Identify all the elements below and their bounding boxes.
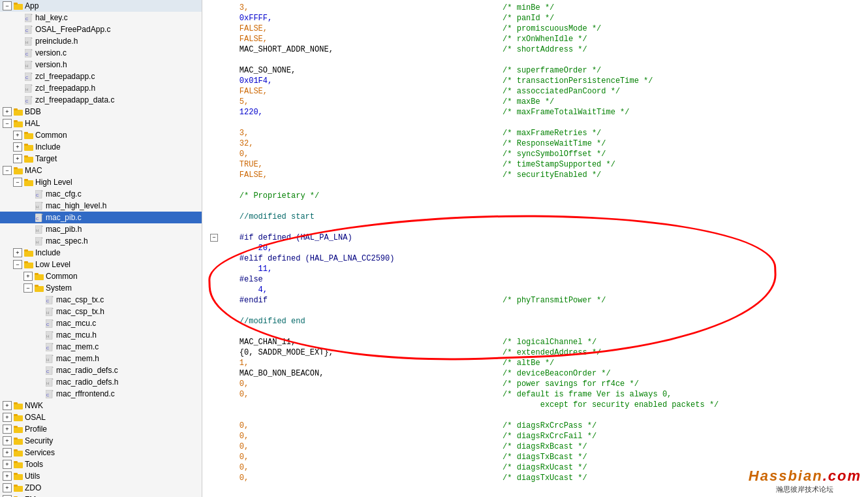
tree-label-highlevel: High Level: [35, 178, 72, 187]
sidebar-item-zcl_freepadapp_data_c[interactable]: Czcl_freepadapp_data.c: [0, 94, 202, 106]
sidebar-item-app[interactable]: −App: [0, 0, 202, 12]
tree-expand-common_hal[interactable]: +: [13, 131, 22, 140]
tree-expand-tools[interactable]: +: [3, 460, 12, 469]
sidebar-item-highlevel[interactable]: −High Level: [0, 176, 202, 188]
sidebar-item-common_ll[interactable]: +Common: [0, 270, 202, 282]
sidebar-item-version_c[interactable]: Cversion.c: [0, 47, 202, 59]
line-expand-13: [208, 138, 221, 149]
line-expand-35: [208, 368, 221, 379]
code-comment-6: /* superframeOrder */: [296, 65, 601, 76]
file-c-icon: C: [23, 25, 34, 34]
sidebar-item-zmac[interactable]: +ZMac: [0, 494, 202, 497]
sidebar-item-mac_rffrontend_c[interactable]: Cmac_rffrontend.c: [0, 388, 202, 400]
line-expand-3: [208, 34, 221, 44]
sidebar-item-mac_pib_c[interactable]: Cmac_pib.c: [0, 212, 202, 223]
tree-expand-utils[interactable]: +: [3, 472, 12, 481]
tree-expand-security[interactable]: +: [3, 436, 12, 445]
tree-expand-zdo[interactable]: +: [3, 483, 12, 492]
sidebar-item-common_hal[interactable]: +Common: [0, 129, 202, 141]
folder-icon: [13, 401, 23, 410]
tree-expand-include_hal[interactable]: +: [13, 142, 22, 152]
code-text-15: TRUE,: [221, 159, 263, 170]
line-expand-26: [208, 274, 221, 285]
svg-text:C: C: [46, 299, 50, 303]
sidebar-item-mac_cfg_c[interactable]: Cmac_cfg.c: [0, 188, 202, 200]
tree-expand-hal[interactable]: −: [3, 119, 12, 128]
sidebar-item-mac_radio_defs_c[interactable]: Cmac_radio_defs.c: [0, 364, 202, 376]
sidebar-item-osal_freepadapp_c[interactable]: COSAL_FreePadApp.c: [0, 24, 202, 35]
sidebar-item-tools[interactable]: +Tools: [0, 458, 202, 470]
code-comment-0: /* minBe */: [249, 3, 554, 13]
code-comment-10: /* maxFrameTotalWaitTime */: [263, 107, 630, 118]
code-text-26: #else: [221, 274, 263, 285]
sidebar-item-zcl_freepadapp_c[interactable]: Czcl_freepadapp.c: [0, 71, 202, 82]
tree-expand-system_ll[interactable]: −: [23, 283, 33, 293]
sidebar-item-include_mac[interactable]: +Include: [0, 247, 202, 259]
sidebar-item-nwk[interactable]: +NWK: [0, 400, 202, 411]
code-editor[interactable]: 3, /* minBe */ 0xFFFF, /* panId */ FALSE…: [202, 0, 868, 497]
tree-expand-highlevel[interactable]: −: [13, 178, 22, 187]
svg-rect-1: [14, 3, 18, 5]
tree-label-tools: Tools: [25, 460, 43, 469]
code-text-33: {0, SADDR_MODE_EXT},: [221, 347, 333, 358]
line-expand-32: [208, 337, 221, 347]
tree-expand-app[interactable]: −: [3, 1, 12, 10]
tree-expand-lowlevel[interactable]: −: [13, 260, 22, 269]
tree-expand-mac[interactable]: −: [3, 166, 12, 175]
sidebar-item-services[interactable]: +Services: [0, 447, 202, 458]
code-comment-14: /* syncSymbolOffset */: [249, 149, 606, 159]
sidebar-item-lowlevel[interactable]: −Low Level: [0, 259, 202, 270]
sidebar-item-zcl_freepadapp_h[interactable]: Hzcl_freepadapp.h: [0, 82, 202, 94]
sidebar-item-mac_pib_h[interactable]: Hmac_pib.h: [0, 223, 202, 235]
line-expand-42: [208, 441, 221, 452]
sidebar-item-target_hal[interactable]: +Target: [0, 153, 202, 165]
sidebar-item-bdb[interactable]: +BDB: [0, 106, 202, 118]
sidebar-item-security[interactable]: +Security: [0, 435, 202, 447]
file-h-icon: H: [44, 330, 55, 340]
sidebar-item-profile[interactable]: +Profile: [0, 423, 202, 435]
code-comment-1: /* panId */: [272, 13, 554, 24]
svg-rect-100: [14, 462, 23, 468]
code-text-7: 0x01F4,: [221, 76, 272, 86]
code-line-5: [208, 55, 863, 65]
sidebar-item-preinclude_h[interactable]: Hpreinclude.h: [0, 35, 202, 47]
sidebar-item-hal_key_c[interactable]: Chal_key.c: [0, 12, 202, 24]
tree-expand-placeholder: [23, 201, 33, 210]
tree-expand-nwk[interactable]: +: [3, 401, 12, 410]
line-expand-22[interactable]: −: [208, 232, 221, 243]
code-text-36: 0,: [221, 379, 249, 389]
tree-expand-bdb[interactable]: +: [3, 107, 12, 116]
tree-label-nwk: NWK: [25, 401, 43, 410]
sidebar-item-mac_mcu_h[interactable]: Hmac_mcu.h: [0, 329, 202, 341]
code-line-9: 5, /* maxBe */: [208, 97, 863, 107]
code-line-13: 32, /* ResponseWaitTime */: [208, 138, 863, 149]
tree-label-mac_mem_c: mac_mem.c: [56, 342, 99, 351]
line-expand-45: [208, 473, 221, 483]
tree-expand-osal[interactable]: +: [3, 413, 12, 422]
sidebar-item-mac_mcu_c[interactable]: Cmac_mcu.c: [0, 317, 202, 329]
file-tree[interactable]: −AppChal_key.cCOSAL_FreePadApp.cHpreincl…: [0, 0, 202, 497]
sidebar-item-mac[interactable]: −MAC: [0, 165, 202, 176]
sidebar-item-system_ll[interactable]: −System: [0, 282, 202, 294]
sidebar-item-version_h[interactable]: Hversion.h: [0, 59, 202, 71]
sidebar-item-mac_spec_h[interactable]: Hmac_spec.h: [0, 235, 202, 247]
tree-expand-services[interactable]: +: [3, 448, 12, 457]
tree-expand-include_mac[interactable]: +: [13, 248, 22, 257]
tree-expand-common_ll[interactable]: +: [23, 272, 33, 281]
sidebar-item-mac_csp_tx_h[interactable]: Hmac_csp_tx.h: [0, 306, 202, 317]
sidebar-item-mac_mem_h[interactable]: Hmac_mem.h: [0, 353, 202, 364]
tree-expand-profile[interactable]: +: [3, 425, 12, 434]
sidebar-item-mac_csp_tx_c[interactable]: Cmac_csp_tx.c: [0, 294, 202, 306]
sidebar-item-include_hal[interactable]: +Include: [0, 141, 202, 153]
line-expand-37: [208, 389, 221, 400]
sidebar-item-utils[interactable]: +Utils: [0, 470, 202, 482]
sidebar-item-mac_high_level_h[interactable]: Hmac_high_level.h: [0, 200, 202, 212]
tree-label-mac_spec_h: mac_spec.h: [46, 236, 88, 246]
sidebar-item-osal[interactable]: +OSAL: [0, 411, 202, 423]
sidebar-item-mac_radio_defs_h[interactable]: Hmac_radio_defs.h: [0, 376, 202, 388]
sidebar-item-hal[interactable]: −HAL: [0, 118, 202, 129]
line-expand-31: [208, 327, 221, 337]
sidebar-item-zdo[interactable]: +ZDO: [0, 482, 202, 494]
tree-expand-target_hal[interactable]: +: [13, 154, 22, 163]
sidebar-item-mac_mem_c[interactable]: Cmac_mem.c: [0, 341, 202, 353]
